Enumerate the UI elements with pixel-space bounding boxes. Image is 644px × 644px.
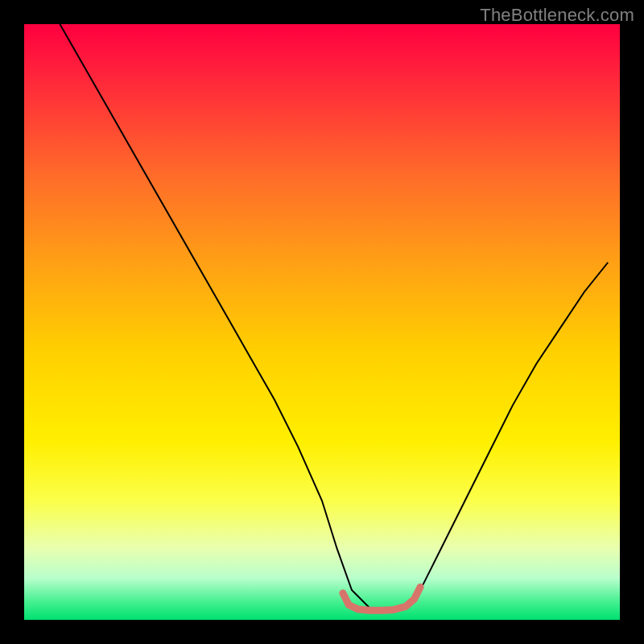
watermark-text: TheBottleneck.com [480,5,634,26]
chart-background [24,24,620,620]
chart-frame: TheBottleneck.com [0,0,644,644]
bottleneck-chart [24,24,620,620]
